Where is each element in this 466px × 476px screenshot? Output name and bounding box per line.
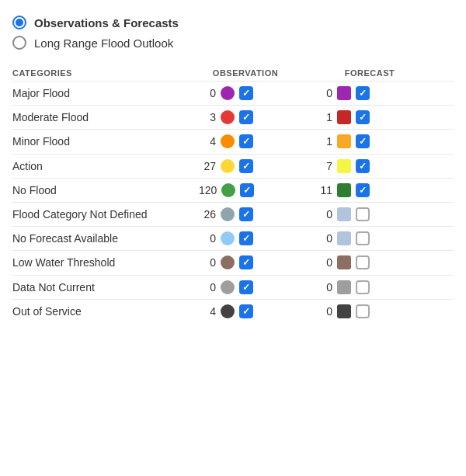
forecast-count: 0	[315, 305, 332, 318]
category-label: Low Water Threshold	[12, 255, 183, 269]
forecast-cell: 0	[308, 207, 432, 221]
forecast-square	[337, 231, 351, 245]
forecast-square	[337, 304, 351, 318]
category-label: Moderate Flood	[12, 110, 183, 124]
obs-cell: 27	[183, 159, 308, 173]
forecast-checkbox[interactable]	[356, 134, 370, 148]
obs-count: 27	[199, 160, 216, 172]
col-header-forecast: FORECAST	[308, 68, 432, 78]
obs-count: 0	[199, 256, 216, 269]
obs-checkbox[interactable]	[239, 255, 253, 269]
obs-dot	[221, 231, 235, 245]
obs-count: 0	[199, 281, 216, 294]
category-label: No Flood	[12, 183, 183, 197]
forecast-count: 0	[315, 232, 332, 245]
obs-checkbox[interactable]	[240, 183, 254, 197]
obs-checkbox[interactable]	[239, 110, 253, 124]
radio-label-obs: Observations & Forecasts	[34, 16, 179, 30]
obs-cell: 3	[183, 110, 308, 124]
table-row: Moderate Flood31	[12, 105, 454, 129]
forecast-checkbox[interactable]	[356, 183, 370, 197]
forecast-square	[337, 159, 351, 173]
forecast-checkbox[interactable]	[356, 110, 370, 124]
obs-checkbox[interactable]	[239, 134, 253, 148]
obs-checkbox[interactable]	[239, 207, 253, 221]
forecast-checkbox[interactable]	[356, 231, 370, 245]
radio-circle-obs	[12, 16, 26, 30]
forecast-count: 7	[315, 160, 332, 172]
obs-count: 3	[199, 111, 216, 123]
obs-cell: 26	[183, 207, 308, 221]
table-row: Major Flood00	[12, 81, 454, 105]
obs-checkbox[interactable]	[239, 159, 253, 173]
obs-dot	[221, 207, 235, 221]
obs-cell: 4	[183, 134, 308, 148]
radio-obs-forecast[interactable]: Observations & Forecasts	[12, 16, 454, 30]
obs-dot	[221, 159, 235, 173]
forecast-cell: 0	[308, 231, 432, 245]
obs-checkbox[interactable]	[239, 86, 253, 100]
obs-checkbox[interactable]	[239, 304, 253, 318]
table-header: CATEGORIES OBSERVATION FORECAST	[12, 64, 454, 81]
obs-checkbox[interactable]	[239, 231, 253, 245]
forecast-count: 0	[315, 87, 332, 99]
obs-dot	[221, 280, 235, 294]
obs-dot	[221, 304, 235, 318]
obs-count: 26	[199, 208, 216, 221]
forecast-count: 11	[315, 184, 332, 196]
table-row: No Forecast Available00	[12, 226, 454, 250]
forecast-checkbox[interactable]	[356, 207, 370, 221]
forecast-checkbox[interactable]	[356, 159, 370, 173]
table-row: Low Water Threshold00	[12, 250, 454, 274]
obs-dot	[221, 183, 235, 197]
obs-dot	[221, 134, 235, 148]
forecast-checkbox[interactable]	[356, 304, 370, 318]
obs-checkbox[interactable]	[239, 280, 253, 294]
forecast-cell: 0	[308, 255, 432, 269]
forecast-square	[337, 255, 351, 269]
forecast-cell: 0	[308, 86, 432, 100]
category-label: Data Not Current	[12, 280, 183, 294]
forecast-checkbox[interactable]	[356, 86, 370, 100]
forecast-cell: 1	[308, 134, 432, 148]
forecast-count: 0	[315, 281, 332, 294]
forecast-cell: 0	[308, 304, 432, 318]
forecast-square	[337, 86, 351, 100]
table-row: Minor Flood41	[12, 129, 454, 153]
forecast-square	[337, 207, 351, 221]
radio-circle-long	[12, 36, 26, 50]
forecast-square	[337, 183, 351, 197]
forecast-count: 0	[315, 208, 332, 221]
forecast-square	[337, 110, 351, 124]
radio-group: Observations & Forecasts Long Range Floo…	[12, 16, 454, 50]
obs-count: 0	[199, 87, 216, 99]
table-row: Action277	[12, 154, 454, 178]
obs-count: 0	[199, 232, 216, 245]
forecast-count: 1	[315, 135, 332, 148]
obs-dot	[221, 86, 235, 100]
category-label: Flood Category Not Defined	[12, 207, 183, 221]
forecast-cell: 7	[308, 159, 432, 173]
table-row: Out of Service40	[12, 299, 454, 323]
obs-cell: 0	[183, 255, 308, 269]
obs-cell: 0	[183, 231, 308, 245]
forecast-cell: 11	[308, 183, 432, 197]
category-label: Minor Flood	[12, 134, 183, 148]
forecast-square	[337, 280, 351, 294]
forecast-checkbox[interactable]	[356, 255, 370, 269]
forecast-checkbox[interactable]	[356, 280, 370, 294]
forecast-cell: 0	[308, 280, 432, 294]
obs-dot	[221, 255, 235, 269]
radio-long-range[interactable]: Long Range Flood Outlook	[12, 36, 454, 50]
obs-cell: 0	[183, 280, 308, 294]
category-label: No Forecast Available	[12, 231, 183, 245]
obs-cell: 0	[183, 86, 308, 100]
radio-label-long: Long Range Flood Outlook	[34, 36, 173, 50]
obs-count: 4	[199, 135, 216, 148]
obs-cell: 4	[183, 304, 308, 318]
category-label: Major Flood	[12, 86, 183, 100]
obs-dot	[221, 110, 235, 124]
col-header-categories: CATEGORIES	[12, 68, 183, 78]
obs-cell: 120	[183, 183, 308, 197]
col-header-observation: OBSERVATION	[183, 68, 308, 78]
